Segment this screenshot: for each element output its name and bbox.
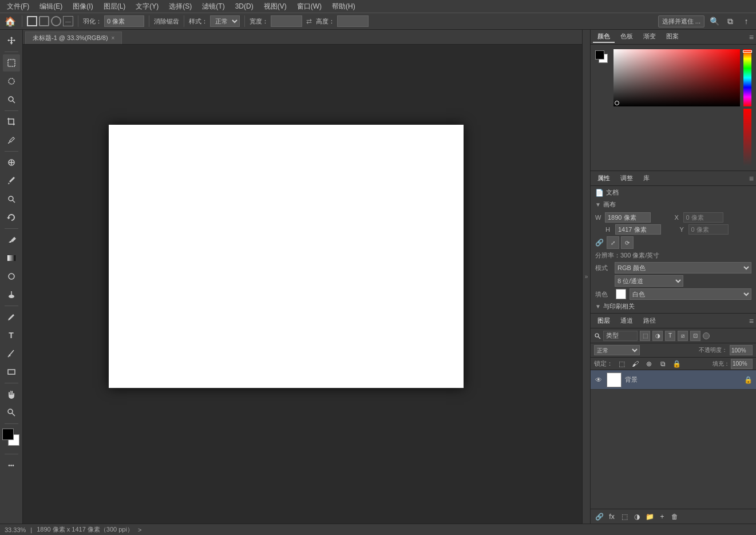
fill-color-select[interactable]: 白色: [630, 288, 751, 300]
canvas-section-header[interactable]: ▼ 画布: [595, 200, 751, 209]
tool-history-brush[interactable]: [3, 209, 20, 226]
canvas-y-input[interactable]: [688, 224, 729, 235]
canvas-rotate-btn[interactable]: ⟳: [621, 236, 634, 249]
zoom-icon-btn[interactable]: 🔍: [708, 15, 721, 27]
layer-group-btn[interactable]: 📁: [644, 512, 655, 522]
tab-properties[interactable]: 属性: [593, 173, 615, 184]
tool-eraser[interactable]: [3, 231, 20, 248]
layer-filter-adjust[interactable]: ◑: [652, 331, 663, 341]
properties-panel-menu[interactable]: ≡: [749, 174, 754, 183]
feather-input[interactable]: [104, 15, 144, 27]
tab-gradients[interactable]: 渐变: [639, 31, 660, 43]
swap-width-height-icon[interactable]: ⇄: [304, 17, 314, 26]
color-alpha-bar[interactable]: [743, 109, 751, 166]
tool-gradient[interactable]: [3, 249, 20, 267]
color-gradient-picker[interactable]: [613, 49, 740, 106]
menu-select[interactable]: 选择(S): [164, 1, 196, 13]
layer-filter-smart[interactable]: ⊡: [690, 331, 700, 341]
layer-mask-btn[interactable]: ⬚: [619, 512, 630, 522]
menu-filter[interactable]: 滤镜(T): [197, 1, 229, 13]
lock-paint-btn[interactable]: 🖌: [630, 359, 640, 369]
link-dimensions-icon[interactable]: 🔗: [595, 239, 603, 247]
style-select[interactable]: 正常: [210, 15, 240, 27]
tool-eyedropper[interactable]: [3, 132, 20, 149]
layer-filter-type[interactable]: T: [665, 331, 675, 341]
panel-collapse-btn[interactable]: »: [582, 30, 590, 524]
width-input[interactable]: [271, 15, 302, 27]
layer-background[interactable]: 👁 背景 🔒: [591, 370, 756, 390]
canvas-fit-btn[interactable]: ⤢: [607, 236, 619, 249]
color-hue-bar[interactable]: [743, 49, 751, 106]
tool-quick-select[interactable]: [3, 91, 20, 108]
tool-extra[interactable]: •••: [3, 457, 20, 474]
tool-blur[interactable]: [3, 268, 20, 285]
layers-search-input[interactable]: [603, 331, 638, 341]
tool-heal[interactable]: [3, 154, 20, 171]
lock-artboard-btn[interactable]: ⧉: [658, 359, 668, 369]
lock-all-btn[interactable]: 🔒: [671, 359, 682, 369]
menu-type[interactable]: 文字(Y): [131, 1, 163, 13]
shape-rect-btn[interactable]: [27, 16, 37, 26]
bitdepth-select[interactable]: 8 位/通道: [615, 275, 683, 287]
layer-link-btn[interactable]: 🔗: [594, 512, 604, 522]
height-input[interactable]: [337, 15, 369, 27]
document-tab[interactable]: 未标题-1 @ 33.3%(RGB/8) ×: [25, 31, 122, 44]
shape-rounded-btn[interactable]: [39, 16, 49, 26]
doc-header[interactable]: 📄 文档: [595, 188, 751, 197]
tool-type[interactable]: T: [3, 327, 20, 344]
tool-zoom[interactable]: [3, 404, 20, 421]
select-subject-button[interactable]: 选择并遮住 ...: [658, 15, 704, 27]
menu-layer[interactable]: 图层(L): [99, 1, 130, 13]
tool-shape[interactable]: [3, 363, 20, 381]
fill-input[interactable]: [731, 359, 753, 369]
canvas-height-input[interactable]: [615, 224, 661, 235]
home-button[interactable]: 🏠: [3, 14, 17, 28]
foreground-color-swatch[interactable]: [2, 429, 14, 440]
tab-libraries[interactable]: 库: [639, 173, 654, 184]
shape-ellipse-btn[interactable]: [51, 16, 61, 26]
layer-filter-shape[interactable]: ⧄: [678, 331, 688, 341]
canvas-width-input[interactable]: [605, 212, 651, 223]
mode-select[interactable]: RGB 颜色: [615, 262, 751, 274]
tab-color[interactable]: 颜色: [593, 31, 615, 43]
layer-filter-toggle[interactable]: [703, 332, 710, 339]
tab-channels[interactable]: 通道: [616, 315, 638, 326]
layer-new-btn[interactable]: +: [657, 512, 667, 522]
layer-filter-pixel[interactable]: ⬚: [640, 331, 650, 341]
layers-panel-menu[interactable]: ≡: [749, 316, 754, 326]
layer-adjustment-btn[interactable]: ◑: [632, 512, 642, 522]
canvas-wrapper[interactable]: [23, 45, 582, 524]
tab-swatches[interactable]: 色板: [616, 31, 638, 43]
tool-path-select[interactable]: [3, 345, 20, 362]
tool-brush[interactable]: [3, 172, 20, 189]
menu-help[interactable]: 帮助(H): [327, 1, 360, 13]
fg-swatch-small[interactable]: [595, 50, 604, 60]
tool-clone[interactable]: [3, 191, 20, 208]
menu-3d[interactable]: 3D(D): [231, 1, 258, 11]
tool-pen[interactable]: [3, 308, 20, 326]
layer-visibility-toggle[interactable]: 👁: [594, 375, 603, 385]
color-panel-menu[interactable]: ≡: [749, 33, 754, 42]
layer-delete-btn[interactable]: 🗑: [670, 512, 680, 522]
layer-fx-btn[interactable]: fx: [607, 512, 617, 522]
layer-opacity-input[interactable]: [730, 345, 753, 355]
layer-blend-mode[interactable]: 正常: [594, 345, 640, 355]
tab-layers[interactable]: 图层: [593, 315, 615, 326]
fill-color-swatch[interactable]: [616, 289, 626, 299]
tab-patterns[interactable]: 图案: [662, 31, 683, 43]
tool-move[interactable]: [3, 32, 20, 49]
tool-crop[interactable]: [3, 113, 20, 130]
guide-section-header[interactable]: ▼ 与印刷相关: [595, 302, 751, 311]
lock-position-btn[interactable]: ⊕: [644, 359, 654, 369]
tool-dodge[interactable]: [3, 286, 20, 303]
canvas-x-input[interactable]: [683, 212, 723, 223]
tool-lasso[interactable]: [3, 73, 20, 90]
tool-marquee-rect[interactable]: [3, 54, 20, 72]
document-tab-close[interactable]: ×: [112, 35, 115, 41]
menu-file[interactable]: 文件(F): [2, 1, 34, 13]
menu-image[interactable]: 图像(I): [68, 1, 97, 13]
arrange-icon-btn[interactable]: ⧉: [724, 15, 737, 27]
menu-view[interactable]: 视图(V): [259, 1, 291, 13]
menu-edit[interactable]: 编辑(E): [35, 1, 67, 13]
menu-window[interactable]: 窗口(W): [292, 1, 326, 13]
